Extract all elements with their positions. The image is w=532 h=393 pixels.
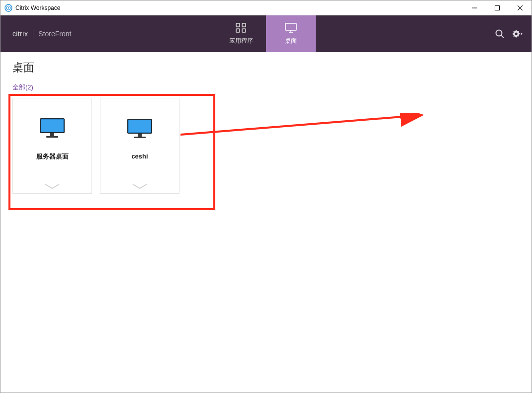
app-header: citrıx StoreFront 应用程序 bbox=[0, 15, 532, 52]
svg-rect-7 bbox=[236, 23, 240, 27]
desktop-card[interactable]: 服务器桌面 bbox=[12, 98, 92, 194]
settings-button[interactable] bbox=[512, 29, 523, 38]
filter-count-close: ) bbox=[31, 83, 33, 91]
window-title: Citrix Workspace bbox=[15, 4, 60, 11]
desktop-card-label: 服务器桌面 bbox=[36, 152, 69, 161]
svg-point-2 bbox=[8, 7, 9, 8]
svg-rect-24 bbox=[134, 137, 146, 138]
chevron-down-icon bbox=[43, 183, 61, 189]
desktop-card-label: ceshi bbox=[131, 153, 148, 160]
filter-count: 2 bbox=[27, 83, 31, 91]
svg-rect-10 bbox=[242, 29, 246, 32]
card-body: ceshi bbox=[100, 98, 179, 179]
svg-rect-19 bbox=[50, 133, 54, 136]
tab-apps-label: 应用程序 bbox=[229, 37, 253, 45]
chevron-down-icon bbox=[131, 183, 149, 189]
svg-rect-23 bbox=[138, 134, 142, 137]
card-body: 服务器桌面 bbox=[13, 98, 91, 179]
svg-rect-20 bbox=[46, 136, 58, 138]
card-expand-button[interactable] bbox=[100, 179, 179, 193]
tab-desktops-label: 桌面 bbox=[285, 37, 297, 45]
brand-area: citrıx StoreFront bbox=[0, 29, 72, 38]
minimize-button[interactable] bbox=[463, 0, 486, 15]
monitor-icon bbox=[127, 118, 153, 142]
app-icon bbox=[4, 4, 12, 12]
svg-rect-8 bbox=[242, 23, 246, 27]
desktop-cards-row: 服务器桌面 bbox=[12, 98, 520, 194]
svg-rect-9 bbox=[236, 29, 240, 32]
filter-all[interactable]: 全部(2) bbox=[12, 83, 520, 92]
nav-tabs: 应用程序 桌面 bbox=[216, 15, 316, 52]
page-title: 桌面 bbox=[12, 60, 520, 75]
card-expand-button[interactable] bbox=[13, 179, 91, 193]
apps-icon bbox=[235, 22, 248, 35]
window-titlebar: Citrix Workspace bbox=[0, 0, 532, 15]
close-button[interactable] bbox=[509, 0, 532, 15]
cards-region: 服务器桌面 bbox=[12, 98, 520, 194]
search-button[interactable] bbox=[495, 29, 505, 39]
tab-apps[interactable]: 应用程序 bbox=[216, 15, 266, 52]
svg-rect-11 bbox=[285, 23, 296, 30]
svg-rect-4 bbox=[495, 5, 500, 10]
svg-point-14 bbox=[496, 30, 502, 36]
tab-desktops[interactable]: 桌面 bbox=[266, 15, 316, 52]
svg-rect-18 bbox=[41, 120, 63, 132]
brand-storefront: StoreFront bbox=[38, 30, 71, 38]
monitor-icon bbox=[39, 117, 65, 141]
brand-citrix: citrıx bbox=[12, 30, 28, 38]
window-controls bbox=[463, 0, 532, 15]
svg-rect-22 bbox=[129, 120, 151, 132]
header-right bbox=[495, 29, 532, 39]
brand-divider bbox=[33, 29, 33, 38]
desktop-icon bbox=[284, 22, 297, 35]
svg-line-15 bbox=[501, 35, 504, 38]
content-area: 桌面 全部(2) bbox=[0, 52, 532, 202]
filter-all-label: 全部 bbox=[12, 83, 25, 91]
maximize-button[interactable] bbox=[486, 0, 509, 15]
desktop-card[interactable]: ceshi bbox=[100, 98, 179, 194]
